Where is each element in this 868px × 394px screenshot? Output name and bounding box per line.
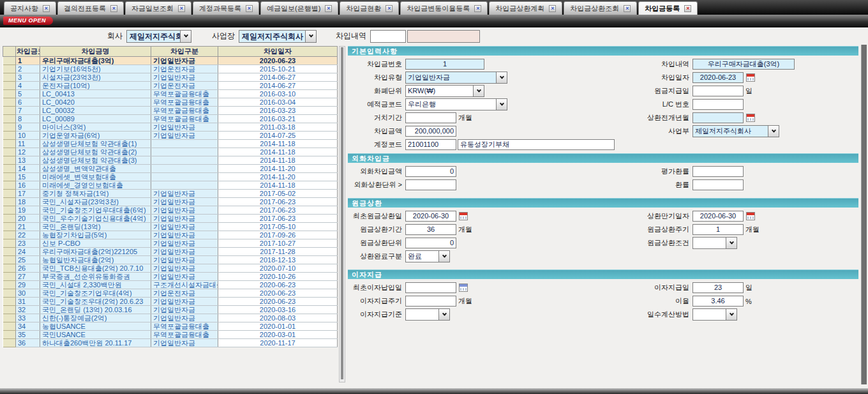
row-selector[interactable] (3, 107, 16, 115)
loan-type-cell[interactable]: 기업일반자금 (151, 57, 218, 65)
row-selector[interactable] (3, 90, 16, 98)
loan-detail-field[interactable]: 우리구매자금대출(3억) (692, 59, 795, 70)
loan-code-cell[interactable]: 31 (16, 298, 40, 306)
loan-code-cell[interactable]: 16 (16, 181, 40, 190)
loan-code-cell[interactable]: 32 (16, 306, 40, 314)
loan-type-cell[interactable] (151, 148, 218, 156)
table-row[interactable]: 10기업운영자금(6억)기업일반자금2014-07-25 (3, 132, 338, 140)
loan-name-cell[interactable]: 국민_우수기술기업신용대출(4억) (40, 215, 151, 223)
loan-type-cell[interactable]: 기업일반자금 (151, 132, 218, 140)
tab-1[interactable]: 공지사항× (4, 1, 56, 15)
table-row[interactable]: 30국민_기술창조기업우대(4억)기업운전자금2020-06-23 (3, 289, 338, 298)
calendar-icon[interactable] (459, 284, 468, 292)
division-select[interactable]: 제일저지주식회사 (692, 125, 779, 137)
loan-type-cell[interactable]: 기업일반자금 (151, 206, 218, 215)
loan-date-cell[interactable]: 2020-01-01 (218, 322, 338, 331)
row-selector[interactable] (3, 239, 16, 248)
loan-date-cell[interactable]: 2014-11-20 (218, 165, 338, 173)
loan-code-cell[interactable]: 3 (16, 73, 40, 82)
row-selector[interactable] (3, 248, 16, 256)
loan-date-cell[interactable]: 2014-11-18 (218, 148, 338, 156)
row-selector[interactable] (3, 98, 16, 107)
loan-type-cell[interactable]: 기업운전자금 (151, 65, 218, 73)
exchange-rate-field[interactable] (692, 179, 744, 190)
loan-name-cell[interactable]: 미래에셋_경영인보험대출 (40, 181, 151, 190)
right-scrollbar[interactable] (861, 45, 867, 384)
table-row[interactable]: 25농협일반자금대출(2억)기업일반자금2018-12-13 (3, 256, 338, 264)
table-row[interactable]: 5LC_00413무역포괄금융대출2016-03-10 (3, 90, 338, 98)
table-row[interactable]: 29국민_시설대 2,330백만원구조개선시설자금대출2020-06-23 (3, 281, 338, 289)
loan-date-cell[interactable]: 2014-06-27 (218, 73, 338, 82)
loan-code-cell[interactable]: 24 (16, 248, 40, 256)
close-icon[interactable]: × (178, 5, 185, 12)
loan-type-cell[interactable]: 기업일반자금 (151, 223, 218, 231)
loan-date-cell[interactable]: 2020-10-26 (218, 273, 338, 281)
loan-name-cell[interactable]: 국민_온랜딩 (13억) 20.03.16 (40, 306, 151, 314)
chevron-down-icon[interactable] (473, 86, 484, 96)
loan-date-cell[interactable]: 2017-05-10 (218, 223, 338, 231)
calendar-icon[interactable] (746, 114, 755, 122)
loan-code-cell[interactable]: 23 (16, 239, 40, 248)
loan-code-cell[interactable]: 12 (16, 148, 40, 156)
table-row[interactable]: 26국민_TCB신용대출(2억) 20.7.10기업일반자금2020-07-10 (3, 264, 338, 273)
close-icon[interactable]: × (684, 5, 691, 12)
interest-day-field[interactable]: 23 (692, 282, 744, 293)
menu-open-button[interactable]: MENU OPEN (3, 17, 53, 25)
loan-name-cell[interactable]: 국민_시설자금(23억3천) (40, 198, 151, 206)
calendar-icon[interactable] (746, 212, 755, 220)
loan-date-cell[interactable]: 2017-10-27 (218, 239, 338, 248)
loan-date-cell[interactable]: 2014-11-20 (218, 173, 338, 181)
loan-name-cell[interactable]: 하나대출260백만원 20.11.17 (40, 339, 151, 347)
table-row[interactable]: 18국민_시설자금(23억3천)기업일반자금2017-06-23 (3, 198, 338, 206)
chevron-down-icon[interactable] (438, 251, 449, 262)
loan-date-cell[interactable]: 2016-03-04 (218, 98, 338, 107)
loan-type-cell[interactable] (151, 156, 218, 165)
row-selector[interactable] (3, 165, 16, 173)
table-row[interactable]: 1우리구매자금대출(3억)기업일반자금2020-06-23 (3, 57, 338, 65)
row-selector[interactable] (3, 322, 16, 331)
loan-date-field[interactable]: 2020-06-23 (692, 72, 744, 83)
loan-name-cell[interactable]: 신한(-)통장예금(2억) (40, 314, 151, 322)
loan-type-cell[interactable]: 구조개선시설자금대출 (151, 281, 218, 289)
loan-type-cell[interactable]: 기업일반자금 (151, 273, 218, 281)
loan-name-cell[interactable]: 농협장기차입금(5억) (40, 231, 151, 239)
loan-detail-search-input[interactable] (370, 30, 406, 43)
first-interest-date-field[interactable] (405, 282, 456, 293)
loan-type-cell[interactable]: 무역포괄금융대출 (151, 115, 218, 123)
loan-date-cell[interactable]: 2017-06-23 (218, 206, 338, 215)
loan-type-cell[interactable]: 기업일반자금 (151, 198, 218, 206)
account-code-field[interactable]: 21001100 (405, 139, 456, 150)
loan-type-cell[interactable]: 기업운전자금 (151, 82, 218, 90)
table-row[interactable]: 24우리구매자금대출(2억)221205기업일반자금2017-11-28 (3, 248, 338, 256)
loan-code-cell[interactable]: 5 (16, 90, 40, 98)
table-row[interactable]: 32국민_온랜딩 (13억) 20.03.16기업일반자금2020-03-16 (3, 306, 338, 314)
close-icon[interactable]: × (110, 5, 117, 12)
close-icon[interactable]: × (246, 5, 253, 12)
loan-date-cell[interactable]: 2020-06-23 (218, 289, 338, 298)
row-selector[interactable] (3, 223, 16, 231)
loan-name-cell[interactable]: 기업운영자금(6억) (40, 132, 151, 140)
chevron-down-icon[interactable] (726, 238, 737, 248)
loan-name-cell[interactable]: 마이너스(3억) (40, 123, 151, 132)
fc-amount-field[interactable]: 0 (405, 166, 456, 177)
loan-code-cell[interactable]: 21 (16, 223, 40, 231)
table-row[interactable]: 31국민_기술창조우대(2억) 20.6.23기업일반자금2020-06-23 (3, 298, 338, 306)
loan-code-cell[interactable]: 26 (16, 264, 40, 273)
loan-name-cell[interactable]: 국민_시설대 2,330백만원 (40, 281, 151, 289)
table-row[interactable]: 34농협USANCE무역포괄금융대출2020-01-01 (3, 322, 338, 331)
close-icon[interactable]: × (43, 5, 50, 12)
table-row[interactable]: 13삼성생명단체보험 약관대출(3)2014-11-18 (3, 156, 338, 165)
table-row[interactable]: 17중기청 정책자금(1억)기업일반자금2017-05-02 (3, 190, 338, 198)
close-icon[interactable]: × (474, 5, 481, 12)
close-icon[interactable]: × (624, 5, 631, 12)
chevron-down-icon[interactable] (496, 99, 507, 110)
loan-code-cell[interactable]: 19 (16, 206, 40, 215)
loan-code-cell[interactable]: 15 (16, 173, 40, 181)
row-selector[interactable] (3, 156, 16, 165)
loan-name-cell[interactable]: 국민USANCE (40, 331, 151, 339)
loan-code-cell[interactable]: 30 (16, 289, 40, 298)
loan-date-cell[interactable]: 2014-11-18 (218, 140, 338, 148)
calendar-icon[interactable] (746, 73, 755, 82)
loan-name-cell[interactable]: 삼성생명단체보험 약관대출(3) (40, 156, 151, 165)
table-row[interactable]: 4운전자금(10억)기업운전자금2014-06-27 (3, 82, 338, 90)
